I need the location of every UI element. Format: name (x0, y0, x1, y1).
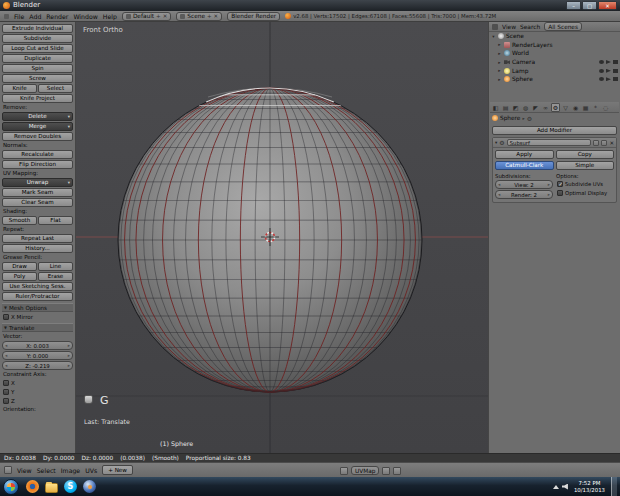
render-toggle-icon[interactable] (613, 69, 618, 73)
uvmap-selector[interactable]: UVMap (351, 466, 379, 475)
mark-seam-button[interactable]: Mark Seam (2, 188, 73, 197)
properties-tab-world[interactable]: ◍ (521, 103, 530, 112)
explorer-folder-icon[interactable] (45, 483, 58, 493)
properties-tab-particles[interactable]: * (591, 103, 600, 112)
gp-line-button[interactable]: Line (38, 262, 73, 271)
vector-x-field[interactable]: X: 0.003 (2, 341, 73, 350)
simple-toggle[interactable]: Simple (556, 161, 615, 170)
modifier-render-toggle-icon[interactable] (593, 140, 599, 146)
gp-poly-button[interactable]: Poly (2, 272, 37, 281)
clear-seam-button[interactable]: Clear Seam (2, 198, 73, 207)
render-subdivisions-field[interactable]: Render: 2 (495, 190, 553, 199)
catmull-clark-toggle[interactable]: Catmull-Clark (495, 161, 554, 170)
eye-toggle-icon[interactable] (599, 77, 604, 81)
remove-doubles-button[interactable]: Remove Doubles (2, 132, 73, 141)
gp-draw-button[interactable]: Draw (2, 262, 37, 271)
uv-menu-view[interactable]: View (17, 467, 32, 474)
render-toggle-icon[interactable] (613, 60, 618, 64)
tool-knife-project[interactable]: Knife Project (2, 94, 73, 103)
outliner-item-camera[interactable]: Camera (489, 58, 620, 67)
vector-y-field[interactable]: Y: 0.000 (2, 351, 73, 360)
view-subdivisions-field[interactable]: View: 2 (495, 180, 553, 189)
minimize-button[interactable] (566, 1, 581, 10)
tray-chevron-icon[interactable] (553, 485, 559, 489)
modifier-name-field[interactable]: Subsurf (507, 139, 592, 146)
constraint-x-checkbox[interactable] (3, 380, 9, 386)
tool-knife[interactable]: Knife (2, 84, 37, 93)
outliner-editor-icon[interactable] (492, 24, 498, 30)
uv-menu-select[interactable]: Select (37, 467, 56, 474)
render-toggle-icon[interactable] (613, 77, 618, 81)
tool-loop-cut[interactable]: Loop Cut and Slide (2, 44, 73, 53)
x-mirror-toggle[interactable]: X Mirror (2, 313, 73, 321)
start-button[interactable] (3, 479, 19, 495)
modifier-delete-icon[interactable]: ✕ (609, 140, 614, 146)
menu-add[interactable]: Add (29, 13, 41, 20)
modifier-copy-button[interactable]: Copy (556, 150, 615, 159)
properties-tab-render[interactable]: ◧ (491, 103, 500, 112)
constraint-z-toggle[interactable]: Z (2, 397, 73, 405)
expand-icon[interactable] (497, 68, 502, 73)
modifier-expand-icon[interactable]: ▾ (495, 140, 497, 145)
media-player-icon[interactable] (83, 480, 96, 493)
outliner-item-sphere[interactable]: Sphere (489, 75, 620, 84)
proportional-edit-icon[interactable] (393, 467, 401, 475)
layout-delete-icon[interactable]: ✕ (163, 13, 168, 19)
expand-icon[interactable] (497, 60, 502, 65)
subdivide-uvs-checkbox[interactable] (557, 181, 563, 187)
properties-tab-object[interactable]: ◤ (531, 103, 540, 112)
tool-knife-select[interactable]: Select (38, 84, 73, 93)
properties-tab-scene[interactable]: ◩ (511, 103, 520, 112)
expand-icon[interactable] (497, 42, 502, 47)
eye-toggle-icon[interactable] (599, 69, 604, 73)
outliner-item-scene[interactable]: Scene (489, 32, 620, 41)
delete-menu-button[interactable]: Delete (2, 112, 73, 121)
viewport-3d[interactable]: Front Ortho G Last: Translate (1) Sphere (76, 22, 488, 453)
constraint-y-checkbox[interactable] (3, 389, 9, 395)
scene-delete-icon[interactable]: ✕ (214, 13, 219, 19)
outliner-search-menu[interactable]: Search (520, 24, 540, 30)
modifier-header[interactable]: ▾ ⚙ Subsurf ✕ (493, 138, 616, 148)
modifier-apply-button[interactable]: Apply (495, 150, 554, 159)
menu-file[interactable]: File (14, 13, 24, 20)
optimal-display-toggle[interactable]: Optimal Display (556, 189, 614, 197)
uv-editor-type-icon[interactable] (4, 466, 12, 474)
menu-window[interactable]: Window (73, 13, 97, 20)
tool-subdivide[interactable]: Subdivide (2, 34, 73, 43)
smooth-button[interactable]: Smooth (2, 216, 37, 225)
vector-z-field[interactable]: Z: -0.219 (2, 361, 73, 370)
properties-tab-physics[interactable]: ◌ (601, 103, 610, 112)
expand-icon[interactable] (491, 34, 496, 39)
properties-tab-constraints[interactable]: ∞ (541, 103, 550, 112)
new-image-button[interactable]: + New (102, 465, 133, 475)
subdivide-uvs-toggle[interactable]: Subdivide UVs (556, 180, 614, 188)
properties-tab-texture[interactable]: ▦ (581, 103, 590, 112)
volume-icon[interactable] (562, 484, 568, 490)
properties-tab-object-data[interactable]: ▽ (561, 103, 570, 112)
use-sketching-toggle[interactable]: Use Sketching Sess. (2, 282, 73, 291)
properties-tab-render-layers[interactable]: ▤ (501, 103, 510, 112)
outliner-scope-selector[interactable]: All Scenes (544, 22, 582, 31)
mesh-options-panel-header[interactable]: Mesh Options (2, 303, 73, 312)
tool-duplicate[interactable]: Duplicate (2, 54, 73, 63)
snap-icon[interactable] (382, 467, 390, 475)
select-toggle-icon[interactable] (606, 60, 611, 64)
layout-add-icon[interactable]: + (156, 13, 161, 19)
skype-icon[interactable] (64, 480, 77, 493)
scene-add-icon[interactable]: + (207, 13, 212, 19)
maximize-button[interactable] (582, 1, 597, 10)
merge-menu-button[interactable]: Merge (2, 122, 73, 131)
constraint-x-toggle[interactable]: X (2, 379, 73, 387)
properties-tab-material[interactable]: ◉ (571, 103, 580, 112)
scene-selector[interactable]: Scene + ✕ (176, 12, 222, 21)
outliner-view-menu[interactable]: View (502, 24, 516, 30)
constraint-y-toggle[interactable]: Y (2, 388, 73, 396)
ruler-protractor-button[interactable]: Ruler/Protractor (2, 292, 73, 301)
menu-render[interactable]: Render (46, 13, 68, 20)
unwrap-menu-button[interactable]: Unwrap (2, 178, 73, 187)
render-engine-selector[interactable]: Blender Render (227, 12, 280, 21)
outliner-item-lamp[interactable]: Lamp (489, 66, 620, 75)
viewport-canvas[interactable] (76, 22, 488, 453)
optimal-display-checkbox[interactable] (557, 190, 563, 196)
constraint-z-checkbox[interactable] (3, 398, 9, 404)
